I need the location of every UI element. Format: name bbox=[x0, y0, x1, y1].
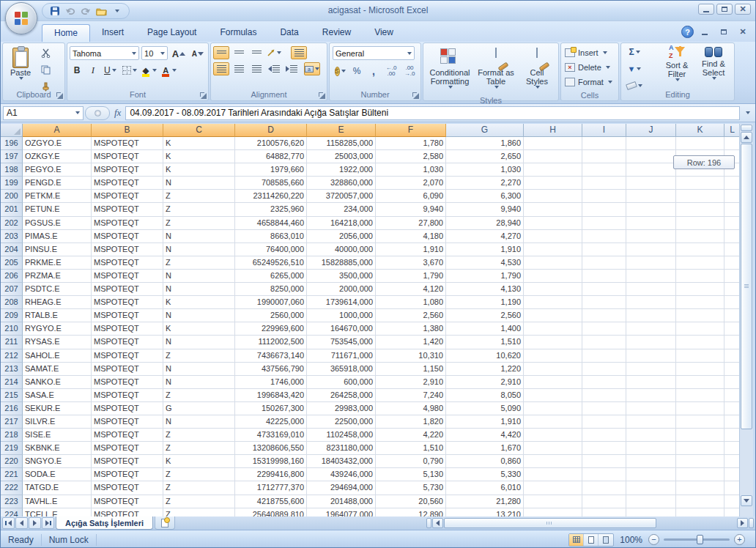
cell-D196[interactable]: 2100576,620 bbox=[235, 137, 307, 150]
cell-K221[interactable] bbox=[676, 468, 724, 481]
cell-D208[interactable]: 1990007,060 bbox=[235, 296, 307, 309]
cell-G213[interactable]: 1,220 bbox=[446, 363, 524, 376]
column-header-E[interactable]: E bbox=[307, 124, 376, 137]
cell-I208[interactable] bbox=[582, 296, 626, 309]
tab-insert[interactable]: Insert bbox=[90, 24, 136, 42]
cell-B201[interactable]: MSPOTEQT bbox=[92, 203, 163, 216]
cell-H219[interactable] bbox=[524, 442, 582, 455]
tab-page-layout[interactable]: Page Layout bbox=[136, 24, 208, 42]
scroll-left-button[interactable] bbox=[432, 518, 443, 528]
column-header-H[interactable]: H bbox=[524, 124, 582, 137]
cell-J209[interactable] bbox=[626, 309, 676, 322]
row-header-198[interactable]: 198 bbox=[1, 163, 23, 177]
cell-C211[interactable]: N bbox=[163, 336, 235, 349]
cell-styles-button[interactable]: Cell Styles bbox=[518, 45, 556, 95]
cell-C209[interactable]: N bbox=[163, 309, 235, 322]
cell-G214[interactable]: 2,910 bbox=[446, 376, 524, 389]
sheet-tab-active[interactable]: Açığa Satış İşlemleri bbox=[56, 516, 153, 530]
cell-B204[interactable]: MSPOTEQT bbox=[92, 243, 163, 256]
help-button[interactable]: ? bbox=[681, 26, 694, 38]
cell-E203[interactable]: 2056,000 bbox=[307, 230, 376, 243]
cell-C201[interactable]: Z bbox=[163, 203, 235, 216]
column-header-D[interactable]: D bbox=[235, 124, 307, 137]
cell-G212[interactable]: 10,620 bbox=[446, 349, 524, 363]
accounting-format-button[interactable]: $ bbox=[333, 64, 347, 78]
cell-J201[interactable] bbox=[626, 203, 676, 216]
fill-button[interactable]: ▼ bbox=[624, 62, 645, 76]
cell-A210[interactable]: RYGYO.E bbox=[23, 322, 92, 336]
cell-E213[interactable]: 365918,000 bbox=[307, 363, 376, 376]
cell-J204[interactable] bbox=[626, 243, 676, 256]
cell-B220[interactable]: MSPOTEQT bbox=[92, 455, 163, 468]
scroll-right-button[interactable] bbox=[737, 518, 748, 528]
row-header-224[interactable]: 224 bbox=[1, 508, 23, 516]
cell-B210[interactable]: MSPOTEQT bbox=[92, 322, 163, 336]
cell-F210[interactable]: 1,380 bbox=[376, 322, 446, 336]
cell-H196[interactable] bbox=[524, 137, 582, 150]
cell-A212[interactable]: SAHOL.E bbox=[23, 349, 92, 363]
cell-K220[interactable] bbox=[676, 455, 724, 468]
cell-C198[interactable]: K bbox=[163, 163, 235, 177]
cell-E224[interactable]: 1964077,000 bbox=[307, 508, 376, 516]
cell-K217[interactable] bbox=[676, 415, 724, 429]
office-button[interactable] bbox=[5, 2, 37, 34]
cell-H200[interactable] bbox=[524, 190, 582, 203]
cell-I220[interactable] bbox=[582, 455, 626, 468]
cell-E207[interactable]: 2000,000 bbox=[307, 283, 376, 296]
cell-J215[interactable] bbox=[626, 389, 676, 402]
cell-B223[interactable]: MSPOTEQT bbox=[92, 495, 163, 508]
previous-sheet-button[interactable] bbox=[15, 517, 28, 529]
align-right-button[interactable] bbox=[248, 62, 264, 75]
cell-F213[interactable]: 1,150 bbox=[376, 363, 446, 376]
cell-A215[interactable]: SASA.E bbox=[23, 389, 92, 402]
cell-F224[interactable]: 12,890 bbox=[376, 508, 446, 516]
cell-G201[interactable]: 9,940 bbox=[446, 203, 524, 216]
decrease-decimal-button[interactable]: .00 →.0 bbox=[401, 64, 418, 78]
normal-view-button[interactable] bbox=[569, 534, 584, 546]
cell-F219[interactable]: 1,510 bbox=[376, 442, 446, 455]
row-header-199[interactable]: 199 bbox=[1, 177, 23, 190]
row-header-201[interactable]: 201 bbox=[1, 203, 23, 216]
font-size-select[interactable]: 10 bbox=[141, 46, 168, 60]
fill-color-button[interactable]: ◆ bbox=[141, 63, 159, 78]
cell-E220[interactable]: 18403432,000 bbox=[307, 455, 376, 468]
cell-E216[interactable]: 29983,000 bbox=[307, 402, 376, 415]
cell-K211[interactable] bbox=[676, 336, 724, 349]
horizontal-split-handle[interactable] bbox=[749, 518, 754, 528]
row-header-200[interactable]: 200 bbox=[1, 190, 23, 203]
formula-bar-splitter[interactable] bbox=[85, 106, 110, 120]
cell-B215[interactable]: MSPOTEQT bbox=[92, 389, 163, 402]
cell-J198[interactable] bbox=[626, 163, 676, 177]
cell-D217[interactable]: 42225,000 bbox=[235, 415, 307, 429]
cell-L206[interactable] bbox=[724, 270, 741, 283]
percent-style-button[interactable]: % bbox=[349, 64, 364, 78]
cell-J206[interactable] bbox=[626, 270, 676, 283]
cell-G204[interactable]: 1,910 bbox=[446, 243, 524, 256]
cell-B218[interactable]: MSPOTEQT bbox=[92, 429, 163, 442]
row-header-218[interactable]: 218 bbox=[1, 429, 23, 442]
cell-L221[interactable] bbox=[724, 468, 741, 481]
cell-H204[interactable] bbox=[524, 243, 582, 256]
cell-G199[interactable]: 2,270 bbox=[446, 177, 524, 190]
cell-D206[interactable]: 6265,000 bbox=[235, 270, 307, 283]
cell-L210[interactable] bbox=[724, 322, 741, 336]
cell-A203[interactable]: PIMAS.E bbox=[23, 230, 92, 243]
zoom-out-button[interactable]: − bbox=[648, 534, 659, 545]
cell-C206[interactable]: N bbox=[163, 270, 235, 283]
cell-H221[interactable] bbox=[524, 468, 582, 481]
cell-D207[interactable]: 8250,000 bbox=[235, 283, 307, 296]
cell-C204[interactable]: N bbox=[163, 243, 235, 256]
column-header-L[interactable]: L bbox=[724, 124, 741, 137]
cell-I209[interactable] bbox=[582, 309, 626, 322]
cell-A216[interactable]: SEKUR.E bbox=[23, 402, 92, 415]
cell-E208[interactable]: 1739614,000 bbox=[307, 296, 376, 309]
cell-F221[interactable]: 5,130 bbox=[376, 468, 446, 481]
cell-J220[interactable] bbox=[626, 455, 676, 468]
cell-L204[interactable] bbox=[724, 243, 741, 256]
cell-F215[interactable]: 7,240 bbox=[376, 389, 446, 402]
cell-K205[interactable] bbox=[676, 256, 724, 270]
page-break-view-button[interactable] bbox=[598, 534, 613, 546]
cell-L207[interactable] bbox=[724, 283, 741, 296]
cell-I205[interactable] bbox=[582, 256, 626, 270]
insert-worksheet-button[interactable] bbox=[155, 516, 175, 530]
